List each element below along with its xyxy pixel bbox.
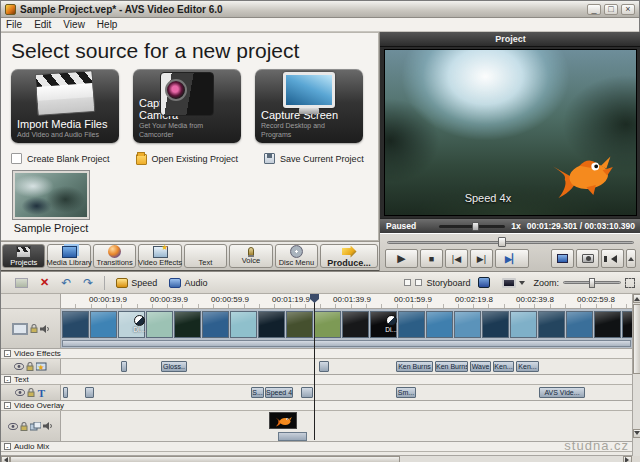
storyboard-mode-icon[interactable]	[415, 279, 422, 286]
video-clip[interactable]	[482, 311, 509, 338]
undo-button[interactable]: ↶	[57, 276, 75, 290]
eye-icon[interactable]	[15, 389, 25, 396]
delete-button[interactable]: ✕	[36, 275, 53, 290]
text-clip[interactable]	[85, 387, 94, 398]
tab-projects[interactable]: Projects	[2, 244, 45, 268]
eye-icon[interactable]	[8, 423, 18, 430]
overlay-audio-strip[interactable]	[278, 432, 307, 441]
text-clip[interactable]: Speed 4x	[265, 387, 293, 398]
link-create-blank-project[interactable]: Create Blank Project	[11, 153, 110, 164]
mixer-button[interactable]	[474, 276, 494, 289]
eye-icon[interactable]	[14, 363, 24, 370]
effect-clip[interactable]: Wave	[470, 361, 491, 372]
lock-icon[interactable]	[27, 388, 35, 397]
action-card-capture-from-camera[interactable]: Capture from CameraGet Your Media from C…	[133, 69, 241, 143]
text-clip[interactable]: Sm...	[396, 387, 416, 398]
video-clip[interactable]	[62, 311, 89, 338]
tab-voice[interactable]: Voice	[229, 244, 272, 268]
volume-dropdown[interactable]	[626, 249, 636, 268]
collapse-icon[interactable]: -	[4, 402, 11, 409]
video-clip[interactable]	[314, 311, 341, 338]
zoom-thumb[interactable]	[589, 278, 595, 288]
storyboard-label[interactable]: Storyboard	[426, 278, 470, 288]
previous-frame-button[interactable]: |◀	[445, 249, 468, 268]
tab-media-library[interactable]: Media Library	[47, 244, 90, 268]
lock-icon[interactable]	[26, 362, 34, 371]
collapse-icon[interactable]: -	[4, 443, 11, 450]
video-clip[interactable]	[286, 311, 313, 338]
collapse-icon[interactable]: -	[4, 350, 11, 357]
transition-badge[interactable]: Di...	[383, 315, 399, 333]
video-clip[interactable]	[202, 311, 229, 338]
collapse-icon[interactable]: -	[4, 376, 11, 383]
tab-transitions[interactable]: Transitions	[93, 244, 136, 268]
video-overlay-track-content[interactable]: fi...	[61, 411, 640, 441]
tab-disc-menu[interactable]: Disc Menu	[275, 244, 318, 268]
effect-clip[interactable]: Gloss..	[161, 361, 187, 372]
effect-clip[interactable]: Ken Burns	[396, 361, 433, 372]
text-clip[interactable]	[301, 387, 313, 398]
next-scene-button[interactable]: ▶▏	[495, 249, 529, 268]
menu-item-help[interactable]: Help	[97, 19, 118, 30]
ruler-scale[interactable]: 00:00:19.900:00:39.900:00:59.900:01:19.9…	[61, 294, 640, 308]
title-bar[interactable]: Sample Project.vep* - AVS Video Editor 6…	[1, 1, 639, 18]
scroll-down-button[interactable]	[633, 429, 640, 438]
vertical-scroll-thumb[interactable]	[633, 304, 640, 374]
text-clip[interactable]: AVS Vide...	[539, 387, 585, 398]
seek-thumb[interactable]	[498, 237, 506, 247]
scroll-up-button[interactable]	[633, 294, 640, 303]
effect-clip[interactable]: Ken...	[516, 361, 539, 372]
recent-project-thumbnail[interactable]	[13, 171, 89, 219]
video-track-content[interactable]: Di...Di...	[61, 309, 640, 348]
timeline-mode-icon[interactable]	[404, 279, 411, 286]
video-clip[interactable]	[258, 311, 285, 338]
video-clip[interactable]	[538, 311, 565, 338]
text-clip[interactable]: S...	[251, 387, 264, 398]
zoom-slider[interactable]	[563, 281, 621, 284]
scroll-left-button[interactable]	[1, 456, 10, 462]
video-clip[interactable]	[398, 311, 425, 338]
fit-timeline-icon[interactable]	[625, 278, 635, 288]
video-clip[interactable]	[90, 311, 117, 338]
link-open-existing-project[interactable]: Open Existing Project	[136, 152, 239, 165]
action-card-capture-screen[interactable]: Capture ScreenRecord Desktop and Program…	[255, 69, 363, 143]
video-clip[interactable]	[426, 311, 453, 338]
video-clip[interactable]	[454, 311, 481, 338]
snapshot-button[interactable]	[576, 249, 599, 268]
play-button[interactable]: ▶	[385, 249, 418, 268]
text-clip[interactable]	[63, 387, 68, 398]
transition-badge[interactable]: Di...	[131, 315, 147, 333]
overlay-clip[interactable]: fi...	[269, 412, 309, 441]
video-clip[interactable]	[594, 311, 621, 338]
effect-clip[interactable]: Ken Burns	[435, 361, 468, 372]
text-track-content[interactable]: S...Speed 4xSm...AVS Vide...	[61, 385, 640, 400]
video-clip[interactable]	[230, 311, 257, 338]
speed-button[interactable]: Speed	[112, 277, 161, 289]
video-clip[interactable]	[510, 311, 537, 338]
horizontal-scroll-thumb[interactable]	[10, 456, 400, 462]
seek-slider[interactable]	[387, 237, 634, 247]
stop-button[interactable]: ■	[420, 249, 443, 268]
video-clip[interactable]	[146, 311, 173, 338]
volume-button[interactable]	[601, 249, 624, 268]
effect-clip[interactable]	[319, 361, 329, 372]
tab-video-effects[interactable]: Video Effects	[138, 244, 181, 268]
split-button[interactable]	[11, 277, 32, 289]
link-save-current-project[interactable]: Save Current Project	[264, 153, 364, 164]
lock-icon[interactable]	[20, 422, 28, 431]
video-clip[interactable]	[342, 311, 369, 338]
video-clip[interactable]	[566, 311, 593, 338]
close-button[interactable]: ×	[621, 4, 635, 15]
video-effects-track-content[interactable]: Gloss..Ken BurnsKen BurnsWaveKen...Ken..…	[61, 359, 640, 374]
effect-clip[interactable]: Ken...	[493, 361, 514, 372]
tab-produce[interactable]: Produce...	[320, 244, 378, 268]
tab-text[interactable]: Text	[184, 244, 227, 268]
effect-clip[interactable]	[121, 361, 127, 372]
action-card-import-media-files[interactable]: Import Media FilesAdd Video and Audio Fi…	[11, 69, 119, 143]
menu-item-file[interactable]: File	[6, 19, 22, 30]
speed-slider[interactable]	[439, 225, 505, 228]
playhead[interactable]	[314, 294, 315, 440]
menu-item-edit[interactable]: Edit	[34, 19, 51, 30]
mute-speaker-icon[interactable]	[43, 422, 53, 430]
next-frame-button[interactable]: ▶|	[470, 249, 493, 268]
